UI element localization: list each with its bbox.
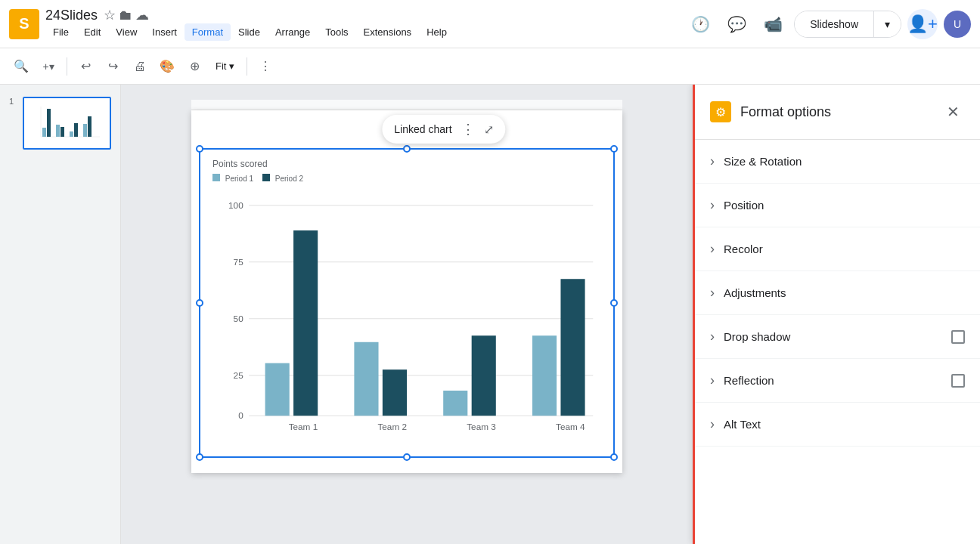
menu-insert[interactable]: Insert	[144, 23, 185, 41]
handle-right[interactable]	[610, 299, 618, 307]
more-button[interactable]: ⋮	[253, 54, 278, 79]
folder-icon[interactable]: 🖿	[119, 8, 132, 23]
main-area: 1	[0, 85, 980, 544]
option-size-rotation[interactable]: › Size & Rotation	[695, 140, 980, 184]
option-recolor[interactable]: › Recolor	[695, 227, 980, 271]
drop-shadow-checkbox[interactable]	[951, 330, 965, 344]
legend-label-period1: Period 1	[225, 175, 253, 183]
menu-slide[interactable]: Slide	[231, 23, 268, 41]
option-position[interactable]: › Position	[695, 184, 980, 227]
bar-team4-p2	[560, 279, 585, 416]
legend-dot-period1	[212, 174, 220, 181]
handle-top-right[interactable]	[610, 145, 618, 153]
add-user-button[interactable]: 👤+	[907, 9, 938, 39]
star-icon[interactable]: ☆	[104, 7, 116, 23]
zoom-arrow-icon: ▾	[229, 60, 234, 72]
option-adjustments[interactable]: › Adjustments	[695, 271, 980, 315]
bar-team3-p1	[443, 391, 467, 416]
option-position-label: Position	[724, 199, 965, 212]
cloud-icon[interactable]: ☁	[135, 7, 149, 23]
top-bar: S 24Slides ☆ 🖿 ☁ File Edit View Insert F…	[0, 0, 980, 48]
format-panel-icon: ⚙	[710, 101, 731, 122]
svg-rect-8	[83, 124, 87, 137]
handle-top-left[interactable]	[196, 145, 203, 153]
menu-view[interactable]: View	[108, 23, 144, 41]
canvas-area: Linked chart ⋮ ⤢ Points scored Period 1	[121, 85, 693, 544]
svg-text:Team 3: Team 3	[467, 422, 496, 431]
svg-rect-5	[60, 127, 64, 137]
format-panel-close-button[interactable]: ✕	[941, 100, 965, 124]
comments-button[interactable]: 💬	[721, 9, 752, 39]
bar-team2-p1	[354, 342, 378, 416]
zoom-in-button[interactable]: +▾	[36, 54, 60, 79]
paint-format-button[interactable]: 🎨	[155, 54, 179, 79]
option-drop-shadow[interactable]: › Drop shadow	[695, 315, 980, 359]
option-alt-text-label: Alt Text	[724, 418, 965, 431]
chevron-alt-text-icon: ›	[710, 416, 715, 432]
reflection-checkbox[interactable]	[951, 374, 965, 388]
menu-arrange[interactable]: Arrange	[268, 23, 318, 41]
bar-team2-p2	[383, 369, 407, 416]
legend-period1: Period 1	[212, 174, 253, 183]
app-title-area: 24Slides ☆ 🖿 ☁ File Edit View Insert For…	[45, 7, 454, 41]
option-alt-text[interactable]: › Alt Text	[695, 403, 980, 447]
menu-tools[interactable]: Tools	[318, 23, 355, 41]
chevron-adjustments-icon: ›	[710, 285, 715, 301]
handle-bottom-right[interactable]	[610, 453, 618, 461]
svg-rect-3	[47, 109, 51, 137]
bar-team1-p1	[265, 363, 290, 416]
badge-more-icon[interactable]: ⋮	[461, 121, 475, 138]
svg-text:Team 1: Team 1	[289, 422, 318, 431]
app-icon-letter: S	[19, 15, 29, 32]
svg-text:25: 25	[234, 370, 244, 380]
menu-format[interactable]: Format	[185, 23, 231, 41]
menu-edit[interactable]: Edit	[76, 23, 108, 41]
zoom-out-button[interactable]: 🔍	[9, 54, 33, 79]
slideshow-dropdown-button[interactable]: ▾	[873, 11, 901, 38]
video-button[interactable]: 📹	[758, 9, 788, 39]
chart-title: Points scored	[212, 159, 601, 169]
handle-left[interactable]	[196, 299, 203, 307]
redo-button[interactable]: ↪	[101, 54, 125, 79]
toolbar: 🔍 +▾ ↩ ↪ 🖨 🎨 ⊕ Fit ▾ ⋮	[0, 48, 980, 85]
legend-label-period2: Period 2	[275, 175, 303, 183]
menu-file[interactable]: File	[45, 23, 76, 41]
svg-text:Team 4: Team 4	[556, 422, 585, 431]
option-reflection-label: Reflection	[724, 374, 942, 387]
zoom-label: Fit	[216, 60, 226, 72]
svg-rect-4	[56, 125, 60, 137]
menu-help[interactable]: Help	[419, 23, 454, 41]
print-button[interactable]: 🖨	[128, 54, 152, 79]
app-title-icons: ☆ 🖿 ☁	[104, 7, 149, 23]
format-panel-title: Format options	[740, 104, 932, 120]
svg-text:Team 2: Team 2	[377, 422, 407, 431]
menu-bar: File Edit View Insert Format Slide Arran…	[45, 23, 454, 41]
chevron-reflection-icon: ›	[710, 372, 715, 388]
chevron-recolor-icon: ›	[710, 241, 715, 257]
slide-1-preview[interactable]	[23, 97, 111, 150]
badge-open-icon[interactable]: ⤢	[484, 122, 494, 137]
svg-rect-7	[74, 123, 78, 137]
slideshow-button-group: Slideshow ▾	[794, 11, 901, 38]
chart-inner: Points scored Period 1 Period 2	[200, 150, 613, 456]
undo-button[interactable]: ↩	[73, 54, 98, 79]
chart-container[interactable]: Linked chart ⋮ ⤢ Points scored Period 1	[199, 148, 615, 458]
option-adjustments-label: Adjustments	[724, 286, 965, 299]
handle-top[interactable]	[403, 145, 411, 153]
menu-extensions[interactable]: Extensions	[356, 23, 420, 41]
slide-1-number: 1	[9, 97, 18, 106]
bar-team4-p1	[532, 335, 557, 416]
slideshow-main-button[interactable]: Slideshow	[795, 11, 873, 37]
zoom-reset-button[interactable]: ⊕	[182, 54, 206, 79]
svg-text:75: 75	[234, 257, 244, 267]
avatar[interactable]: U	[944, 11, 971, 38]
zoom-selector[interactable]: Fit ▾	[209, 57, 240, 75]
handle-bottom-left[interactable]	[196, 453, 203, 461]
svg-text:0: 0	[238, 410, 243, 420]
history-button[interactable]: 🕐	[685, 9, 715, 39]
mini-chart-svg	[33, 103, 101, 144]
option-reflection[interactable]: › Reflection	[695, 359, 980, 403]
slide-1-thumb[interactable]: 1	[6, 94, 114, 153]
handle-bottom[interactable]	[403, 453, 411, 461]
chart-svg: 100 75 50 25 0	[212, 189, 601, 432]
